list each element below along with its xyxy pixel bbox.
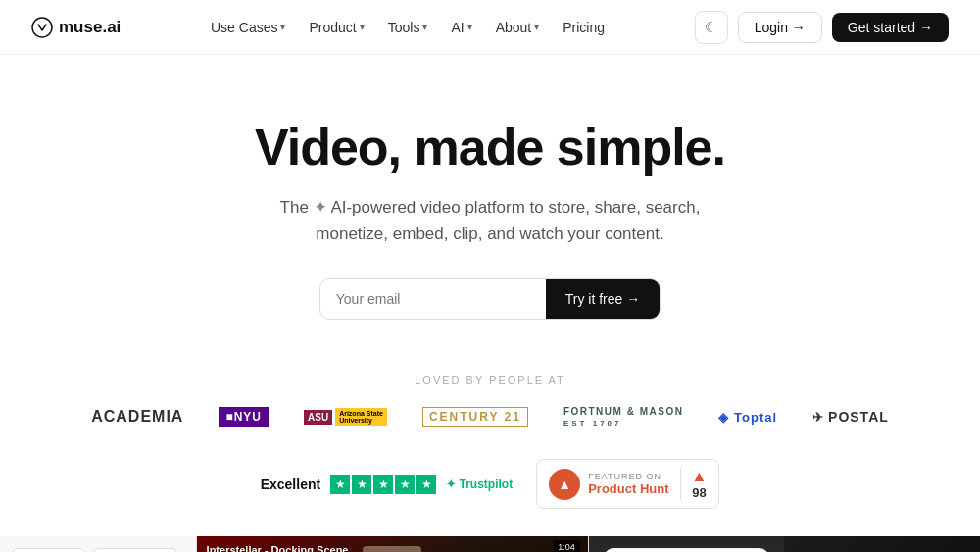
logo-century21: CENTURY 21	[422, 407, 528, 427]
screenshots-row: + Add video New collection Spaceman 2:25…	[0, 536, 980, 552]
star-5: ★	[416, 475, 436, 494]
svg-point-0	[32, 18, 52, 37]
logo-text: muse.ai	[59, 18, 121, 37]
email-input[interactable]	[320, 279, 546, 319]
nav-use-cases[interactable]: Use Cases ▾	[201, 14, 295, 41]
navigation: muse.ai Use Cases ▾ Product ▾ Tools ▾ AI…	[0, 0, 980, 55]
logo[interactable]: muse.ai	[31, 17, 121, 38]
logos-row: ACADEMIA ■NYU ASU Arizona StateUniversit…	[91, 406, 889, 427]
loved-label: LOVED BY PEOPLE AT	[415, 375, 565, 386]
product-hunt-badge[interactable]: ▲ FEATURED ON Product Hunt ▲ 98	[536, 459, 719, 509]
library-header: + Add video New collection	[12, 548, 184, 552]
product-hunt-text: FEATURED ON Product Hunt	[588, 472, 668, 496]
upvote-arrow-icon: ▲	[691, 468, 707, 485]
logo-fortnum: FORTNUM & MASONEST 1707	[564, 406, 684, 427]
logo-toptal: ◈ Toptal	[718, 410, 777, 425]
logo-nyu: ■NYU	[219, 407, 269, 427]
loved-by-section: LOVED BY PEOPLE AT ACADEMIA ■NYU ASU Ari…	[0, 351, 980, 439]
dark-player-inner: ▶ ⏮ ▶ ⏭	[784, 536, 980, 552]
sparkle-icon: ✦	[314, 198, 327, 217]
trustpilot-wordmark: ✦ Trustpilot	[446, 477, 513, 491]
logo-postal: ✈ POSTAL	[812, 409, 889, 425]
screenshot-dark-player: ▶ ⏮ ▶ ⏭ 💬	[784, 536, 980, 552]
try-free-button[interactable]: Try it free →	[546, 279, 661, 319]
star-1: ★	[330, 475, 350, 494]
chevron-down-icon: ▾	[467, 22, 472, 32]
nav-tools[interactable]: Tools ▾	[378, 14, 438, 41]
logo-icon	[31, 17, 53, 38]
nav-actions: ☾ Login → Get started →	[695, 11, 949, 44]
nav-links: Use Cases ▾ Product ▾ Tools ▾ AI ▾ About…	[201, 14, 614, 41]
reviews-section: Excellent ★ ★ ★ ★ ★ ✦ Trustpilot ▲ FEATU…	[0, 439, 980, 536]
nav-product[interactable]: Product ▾	[299, 14, 373, 41]
hero-section: Video, made simple. The ✦ AI-powered vid…	[0, 55, 980, 351]
screenshot-analytics: ↖	[588, 536, 785, 552]
trustpilot-label: Excellent	[261, 477, 320, 492]
analytics-center: ↖	[589, 536, 785, 552]
get-started-button[interactable]: Get started →	[832, 13, 949, 42]
nav-pricing[interactable]: Pricing	[553, 14, 614, 41]
add-video-button[interactable]: + Add video	[12, 548, 85, 552]
chevron-down-icon: ▾	[422, 22, 427, 32]
screenshot-player: 1:04 Phase One Phase One Interstellar - …	[197, 536, 588, 552]
screenshot-library: + Add video New collection Spaceman 2:25…	[0, 536, 197, 552]
hero-subtext: The ✦ AI-powered video platform to store…	[274, 194, 706, 247]
product-hunt-icon: ▲	[549, 469, 580, 500]
logo-academia: ACADEMIA	[91, 408, 183, 426]
nav-ai[interactable]: AI ▾	[441, 14, 481, 41]
chevron-down-icon: ▾	[534, 22, 539, 32]
hero-headline: Video, made simple.	[255, 118, 725, 176]
library-ui: + Add video New collection Spaceman 2:25…	[0, 536, 196, 552]
product-hunt-count: ▲ 98	[680, 468, 707, 500]
login-button[interactable]: Login →	[738, 12, 822, 43]
logo-asu: ASU Arizona StateUniversity	[304, 408, 387, 426]
analytics-panel: ↖	[604, 548, 770, 552]
video-title: Interstellar - Docking Scene	[207, 544, 578, 552]
star-3: ★	[373, 475, 393, 494]
new-collection-button[interactable]: New collection	[93, 548, 177, 552]
postal-icon: ✈	[812, 410, 824, 425]
player-bottom: Interstellar - Docking Scene 90:00 Intro…	[197, 536, 588, 552]
chevron-down-icon: ▾	[360, 22, 365, 32]
chevron-down-icon: ▾	[280, 22, 285, 32]
nav-about[interactable]: About ▾	[486, 14, 550, 41]
star-4: ★	[395, 475, 415, 494]
trustpilot-stars: ★ ★ ★ ★ ★	[330, 475, 436, 494]
star-2: ★	[352, 475, 371, 494]
trustpilot-block: Excellent ★ ★ ★ ★ ★ ✦ Trustpilot	[261, 475, 514, 494]
hero-form: Try it free →	[319, 278, 662, 320]
dark-mode-toggle[interactable]: ☾	[695, 11, 728, 44]
